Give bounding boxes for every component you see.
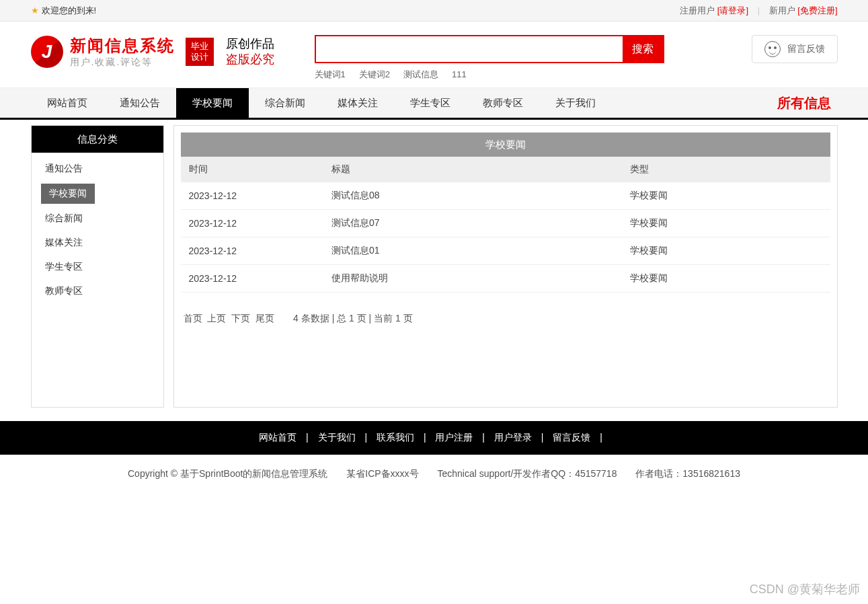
sidebar-item[interactable]: 综合新闻 <box>32 206 163 231</box>
cell-title[interactable]: 测试信息01 <box>323 237 622 265</box>
nav-item[interactable]: 关于我们 <box>539 88 612 118</box>
pager-info: 4 条数据 | 总 1 页 | 当前 1 页 <box>293 313 413 324</box>
topbar-separator: | <box>758 5 760 15</box>
logo-text: 新闻信息系统 用户.收藏.评论等 <box>70 35 175 69</box>
footer-link[interactable]: 用户登录 <box>494 432 532 443</box>
slogan: 原创作品 盗版必究 <box>226 36 274 68</box>
col-title-header: 标题 <box>323 157 622 182</box>
main-area: 信息分类 通知公告学校要闻综合新闻媒体关注学生专区教师专区 学校要闻 时间 标题… <box>31 120 838 408</box>
footer-info: Copyright © 基于SprintBoot的新闻信息管理系统 某省ICP备… <box>0 455 868 521</box>
welcome-text: ★欢迎您的到来! <box>31 0 97 22</box>
keyword-link[interactable]: 111 <box>452 69 467 79</box>
cell-type: 学校要闻 <box>622 237 830 265</box>
site-subtitle: 用户.收藏.评论等 <box>70 56 175 69</box>
logo-icon: J <box>31 36 63 68</box>
sidebar-item[interactable]: 学生专区 <box>32 255 163 279</box>
keyword-link[interactable]: 关键词2 <box>359 69 390 79</box>
search-input[interactable] <box>316 36 623 62</box>
sidebar: 信息分类 通知公告学校要闻综合新闻媒体关注学生专区教师专区 <box>31 125 164 408</box>
footer-copyright: Copyright © 基于SprintBoot的新闻信息管理系统 <box>128 468 327 479</box>
search-box: 搜索 <box>315 35 664 63</box>
footer-link[interactable]: 联系我们 <box>377 432 414 443</box>
footer-link[interactable]: 关于我们 <box>318 432 356 443</box>
logo-area: J 新闻信息系统 用户.收藏.评论等 毕业设计 原创作品 盗版必究 <box>31 35 274 69</box>
table-body: 2023-12-12测试信息08学校要闻2023-12-12测试信息07学校要闻… <box>181 182 830 293</box>
table-row: 2023-12-12测试信息08学校要闻 <box>181 182 830 210</box>
col-type-header: 类型 <box>622 157 830 182</box>
table-row: 2023-12-12使用帮助说明学校要闻 <box>181 265 830 293</box>
col-time-header: 时间 <box>181 157 324 182</box>
cell-time: 2023-12-12 <box>181 210 324 237</box>
nav-item[interactable]: 综合新闻 <box>249 88 321 118</box>
cell-type: 学校要闻 <box>622 265 830 293</box>
pager: 首页 上页 下页 尾页 4 条数据 | 总 1 页 | 当前 1 页 <box>184 313 828 325</box>
footer-separator: | <box>362 432 370 443</box>
nav-item[interactable]: 学生专区 <box>394 88 467 118</box>
cell-time: 2023-12-12 <box>181 182 324 210</box>
sidebar-item[interactable]: 通知公告 <box>32 157 163 181</box>
all-info-label: 所有信息 <box>777 88 838 118</box>
footer-separator: | <box>421 432 428 443</box>
cell-time: 2023-12-12 <box>181 237 324 265</box>
registered-user-label: 注册用户 <box>680 5 715 15</box>
table-row: 2023-12-12测试信息07学校要闻 <box>181 210 830 237</box>
keyword-link[interactable]: 关键词1 <box>315 69 346 79</box>
main-nav: 网站首页通知公告学校要闻综合新闻媒体关注学生专区教师专区关于我们所有信息 <box>0 87 868 120</box>
keyword-row: 关键词1关键词2测试信息111 <box>315 69 664 81</box>
search-button[interactable]: 搜索 <box>623 36 663 62</box>
content-panel: 学校要闻 时间 标题 类型 2023-12-12测试信息08学校要闻2023-1… <box>173 125 838 408</box>
register-link[interactable]: [免费注册] <box>797 5 837 15</box>
sidebar-list: 通知公告学校要闻综合新闻媒体关注学生专区教师专区 <box>32 153 163 307</box>
nav-item[interactable]: 网站首页 <box>31 88 104 118</box>
header: J 新闻信息系统 用户.收藏.评论等 毕业设计 原创作品 盗版必究 搜索 关键词… <box>31 22 838 87</box>
star-icon: ★ <box>31 5 39 15</box>
sidebar-item[interactable]: 学校要闻 <box>41 184 95 204</box>
pager-last[interactable]: 尾页 <box>255 313 274 324</box>
cell-type: 学校要闻 <box>622 210 830 237</box>
sidebar-title: 信息分类 <box>32 126 163 153</box>
cell-time: 2023-12-12 <box>181 265 324 293</box>
feedback-button[interactable]: 留言反馈 <box>752 35 838 63</box>
pager-next[interactable]: 下页 <box>231 313 250 324</box>
footer-tech: Technical support/开发作者QQ：45157718 <box>438 468 617 479</box>
cell-type: 学校要闻 <box>622 182 830 210</box>
cell-title[interactable]: 测试信息08 <box>323 182 622 210</box>
pager-first[interactable]: 首页 <box>184 313 202 324</box>
footer-link[interactable]: 网站首页 <box>259 432 297 443</box>
feedback-label: 留言反馈 <box>787 43 825 55</box>
cell-title[interactable]: 使用帮助说明 <box>323 265 622 293</box>
nav-item[interactable]: 学校要闻 <box>176 88 249 118</box>
login-link[interactable]: [请登录] <box>717 5 748 15</box>
nav-item[interactable]: 教师专区 <box>467 88 539 118</box>
pager-prev[interactable]: 上页 <box>207 313 226 324</box>
site-title: 新闻信息系统 <box>70 35 175 56</box>
keyword-link[interactable]: 测试信息 <box>403 69 438 79</box>
nav-item[interactable]: 媒体关注 <box>321 88 394 118</box>
footer-nav: 网站首页 | 关于我们 | 联系我们 | 用户注册 | 用户登录 | 留言反馈 … <box>0 421 868 455</box>
graduation-badge: 毕业设计 <box>186 38 214 66</box>
sidebar-item[interactable]: 媒体关注 <box>32 231 163 255</box>
topbar-right: 注册用户 [请登录] | 新用户 [免费注册] <box>680 0 837 22</box>
data-table: 时间 标题 类型 2023-12-12测试信息08学校要闻2023-12-12测… <box>181 157 830 293</box>
footer-link[interactable]: 用户注册 <box>435 432 473 443</box>
footer-separator: | <box>303 432 311 443</box>
footer-separator: | <box>539 432 546 443</box>
topbar: ★欢迎您的到来! 注册用户 [请登录] | 新用户 [免费注册] <box>0 0 868 22</box>
headset-icon <box>764 41 781 57</box>
nav-item[interactable]: 通知公告 <box>104 88 176 118</box>
panel-title: 学校要闻 <box>181 133 830 157</box>
new-user-label: 新用户 <box>769 5 795 15</box>
sidebar-item[interactable]: 教师专区 <box>32 279 163 303</box>
footer-icp: 某省ICP备xxxx号 <box>346 468 418 479</box>
search-area: 搜索 关键词1关键词2测试信息111 <box>315 35 664 81</box>
footer-separator: | <box>479 432 487 443</box>
cell-title[interactable]: 测试信息07 <box>323 210 622 237</box>
footer-separator: | <box>597 432 602 443</box>
table-row: 2023-12-12测试信息01学校要闻 <box>181 237 830 265</box>
footer-phone: 作者电话：13516821613 <box>635 468 740 479</box>
footer-link[interactable]: 留言反馈 <box>553 432 590 443</box>
